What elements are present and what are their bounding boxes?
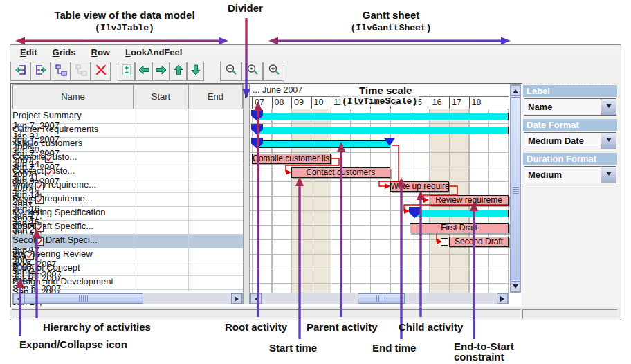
table-row[interactable]: Compile custo...Jun 7, 2007Jun 11, 2007 xyxy=(12,152,243,165)
annotation-table-view-subtitle: (IlvJTable) xyxy=(21,23,228,33)
table-row[interactable]: Project SummaryJun 7, 2007Jan 31, 2008 xyxy=(12,110,243,124)
column-header-name[interactable]: Name xyxy=(12,84,134,109)
outdent-row-icon xyxy=(14,63,28,80)
tree-collapsed-icon[interactable] xyxy=(17,277,28,288)
expand-collapse-row-icon xyxy=(120,63,134,80)
summary-activity-bar[interactable] xyxy=(257,113,509,120)
toolbar-link-activities-button[interactable] xyxy=(51,62,71,81)
table-row[interactable]: Write up requireme...Jun 14, 2007Jun 17,… xyxy=(12,179,243,193)
table-row[interactable]: Marketing SpecificationJun 15, 2007Jun 2… xyxy=(12,207,243,221)
activity-drag-handle[interactable] xyxy=(441,238,448,246)
tree-expanded-icon[interactable] xyxy=(17,208,25,221)
annotation-time-scale-title: Time scale xyxy=(357,84,414,96)
table-row[interactable]: Talk to customersJun 7, 2007Jun 14, 2007 xyxy=(12,138,243,152)
panel-header-duration-format: Duration Format xyxy=(523,153,617,165)
scroll-right-button[interactable] xyxy=(497,293,508,304)
annotation-expand-collapse: Expand/Collapse icon xyxy=(19,338,127,350)
scroll-thumb[interactable] xyxy=(358,293,405,304)
chevron-down-icon xyxy=(606,172,612,179)
tree-line xyxy=(37,158,44,159)
table-h-scrollbar xyxy=(12,293,243,304)
toolbar-move-up-button[interactable] xyxy=(170,62,187,81)
time-scale-day: 07 xyxy=(252,97,272,109)
summary-activity-bar[interactable] xyxy=(257,140,390,148)
toolbar-expand-collapse-row-button[interactable] xyxy=(118,62,135,81)
panel-combo-duration-format[interactable]: Medium xyxy=(524,166,616,183)
toolbar-zoom-reset-button[interactable] xyxy=(241,62,263,81)
annotation-root-activity: Root activity xyxy=(225,321,287,333)
activity-name: Design and Development xyxy=(12,276,118,286)
column-header-start[interactable]: Start xyxy=(134,84,188,109)
toolbar-delete-row-button[interactable] xyxy=(91,62,111,81)
toolbar-move-down-button[interactable] xyxy=(187,62,204,81)
menu-item-grids[interactable]: Grids xyxy=(47,47,82,57)
split-divider[interactable] xyxy=(243,84,250,304)
toolbar-move-left-button[interactable] xyxy=(135,62,152,81)
table-row[interactable]: Proof of ConceptJul 16, 2007Sep 6, 2007 xyxy=(12,262,243,276)
combo-dropdown-button[interactable] xyxy=(601,99,616,115)
scroll-thumb[interactable] xyxy=(24,293,143,304)
toolbar-zoom-out-button[interactable] xyxy=(220,62,241,81)
toolbar-zoom-in-button[interactable] xyxy=(263,62,284,81)
link-activities-icon xyxy=(54,63,68,80)
move-down-icon xyxy=(189,63,203,80)
column-separator xyxy=(134,109,134,291)
task-activity-bar[interactable]: First Draft xyxy=(410,223,509,233)
table-row[interactable]: Engineering ReviewJul 6, 2007Jul 16, 200… xyxy=(12,248,243,262)
move-right-icon xyxy=(154,63,168,80)
scroll-left-button[interactable] xyxy=(250,293,262,304)
time-scale-day: 16 xyxy=(430,97,450,109)
time-scale-day: 08 xyxy=(272,97,292,109)
annotation-start-time: Start time xyxy=(269,342,317,354)
annotation-parent-activity: Parent activity xyxy=(307,321,378,333)
tree-collapsed-icon[interactable] xyxy=(17,264,28,274)
annotation-gantt-sheet-subtitle: (IlvGanttSheet) xyxy=(304,23,477,33)
toolbar-indent-row-button[interactable] xyxy=(30,62,51,81)
tree-expanded-icon[interactable] xyxy=(17,125,25,138)
table-row[interactable]: Second Draft Speci...Jun 17, 2007Jun 22,… xyxy=(12,235,243,248)
panel-combo-date-format[interactable]: Medium Date xyxy=(524,132,616,149)
annotation-end-to-start: End-to-Start constraint xyxy=(454,341,531,362)
task-checkbox-icon xyxy=(35,181,44,193)
table-row[interactable]: Contact custo...Jun 9, 2007Jun 14, 2007 xyxy=(12,165,243,179)
task-checkbox-icon xyxy=(35,222,44,235)
options-panel: LabelNameDate FormatMedium DateDuration … xyxy=(522,84,619,307)
task-activity-bar[interactable]: Compile customer list xyxy=(252,154,331,164)
task-activity-bar[interactable]: Second Draft xyxy=(449,237,509,247)
toolbar-outdent-row-button[interactable] xyxy=(10,62,30,81)
task-activity-bar[interactable]: Write up requireme xyxy=(390,181,450,192)
tree-expanded-icon[interactable] xyxy=(26,139,35,152)
table-row[interactable]: First Draft Specific...Jun 15, 2007Jun 2… xyxy=(12,221,243,235)
gantt-h-scrollbar xyxy=(250,293,509,304)
scroll-up-button[interactable] xyxy=(511,85,520,96)
tree-line xyxy=(17,255,24,256)
collapse-left-icon[interactable] xyxy=(245,88,250,92)
table-row[interactable]: Design and DevelopmentSep 6, 2007Jan 17,… xyxy=(12,276,243,290)
tree-line xyxy=(27,228,34,228)
activity-name: Gather Requirements xyxy=(12,124,118,134)
column-header-end[interactable]: End xyxy=(188,84,243,109)
scroll-left-button[interactable] xyxy=(13,293,24,304)
toolbar-move-right-button[interactable] xyxy=(152,62,170,81)
expand-right-icon[interactable] xyxy=(245,94,250,98)
indent-row-icon xyxy=(34,63,48,80)
combo-dropdown-button[interactable] xyxy=(601,167,616,183)
table-row[interactable]: Review requireme...Jun 16, 2007Jun 20, 2… xyxy=(12,193,243,207)
status-bar xyxy=(10,307,620,319)
toolbar-unlink-activities-button[interactable] xyxy=(71,62,91,81)
annotation-child-activity: Child activity xyxy=(399,321,463,333)
summary-activity-bar[interactable] xyxy=(415,210,509,217)
table-row[interactable]: Gather RequirementsJun 7, 2007Jun 20, 20… xyxy=(12,124,243,138)
panel-combo-label[interactable]: Name xyxy=(524,98,616,116)
summary-activity-bar[interactable] xyxy=(257,127,509,134)
task-activity-bar[interactable]: Contact customers xyxy=(291,167,390,178)
task-activity-bar[interactable]: Review requireme xyxy=(430,195,509,206)
menu-item-row[interactable]: Row xyxy=(86,47,116,57)
zoom-in-icon xyxy=(267,63,281,80)
scroll-thumb[interactable] xyxy=(511,97,520,280)
scroll-down-button[interactable] xyxy=(511,281,520,292)
scroll-right-button[interactable] xyxy=(231,293,242,304)
menu-item-lookandfeel[interactable]: LookAndFeel xyxy=(120,47,188,57)
menu-item-edit[interactable]: Edit xyxy=(15,47,43,57)
combo-dropdown-button[interactable] xyxy=(601,133,616,149)
